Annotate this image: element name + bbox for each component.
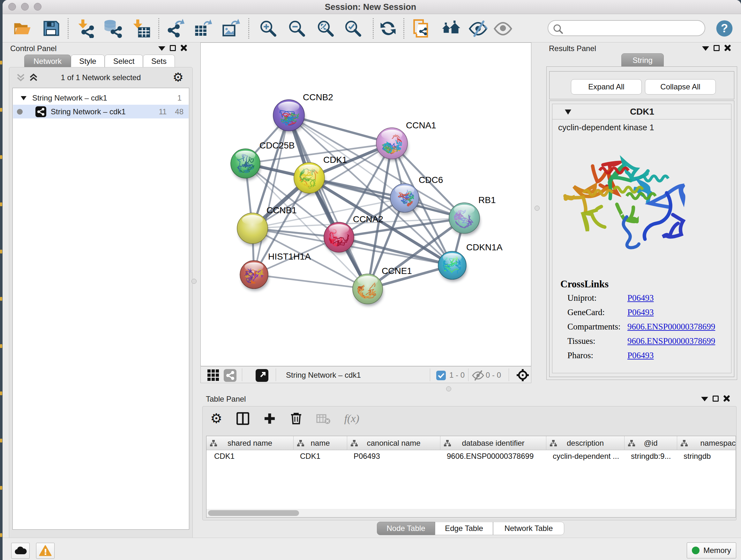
save-session-icon[interactable] <box>42 19 61 38</box>
network-edge-count: 48 <box>175 107 184 116</box>
results-panel-float-icon[interactable] <box>714 45 720 51</box>
table-column-header[interactable]: canonical name <box>347 436 441 450</box>
tab-sets[interactable]: Sets <box>143 55 175 67</box>
toolbar-separator <box>248 18 249 39</box>
tab-edge-table[interactable]: Edge Table <box>435 522 493 535</box>
import-network-database-icon[interactable] <box>103 19 122 38</box>
apply-layout-icon[interactable] <box>379 19 398 38</box>
table-column-header[interactable]: @id <box>624 436 677 450</box>
graph-node-CCNB2[interactable]: CCNB2 <box>273 92 333 133</box>
export-network-icon[interactable] <box>166 19 185 38</box>
tab-style[interactable]: Style <box>71 55 105 67</box>
table-panel-close-icon[interactable] <box>723 395 730 402</box>
delete-table-icon[interactable] <box>316 412 330 425</box>
left-splitter-handle[interactable] <box>192 279 197 284</box>
tab-select[interactable]: Select <box>105 55 143 67</box>
tab-network-table[interactable]: Network Table <box>493 522 564 535</box>
main-toolbar: ? <box>3 14 741 43</box>
table-cell[interactable]: P06493 <box>347 450 441 462</box>
protein-section-header[interactable]: CDK1 <box>552 104 731 119</box>
tab-string[interactable]: String <box>621 53 664 67</box>
birdseye-grid-icon[interactable] <box>207 369 219 381</box>
table-cell[interactable]: CDK1 <box>206 450 293 462</box>
scrollbar-thumb[interactable] <box>208 510 299 516</box>
graph-node-CCNA1[interactable]: CCNA1 <box>376 120 436 161</box>
delete-column-icon[interactable] <box>290 412 302 425</box>
node-table[interactable]: shared namenamecanonical namedatabase id… <box>206 436 736 517</box>
crosslink-link[interactable]: 9606.ENSP00000378699 <box>627 336 715 346</box>
cloud-button[interactable] <box>11 543 30 559</box>
network-share-icon[interactable] <box>224 369 237 382</box>
desktop-dot <box>0 486 2 490</box>
crosslink-link[interactable]: P06493 <box>627 293 654 303</box>
zoom-fit-icon[interactable] <box>316 19 335 38</box>
crosslink-label: Compartments: <box>567 322 620 332</box>
table-cell[interactable]: cyclin-dependent ... <box>546 450 624 462</box>
crosslink-link[interactable]: P06493 <box>627 307 654 317</box>
table-column-header[interactable]: namespace <box>677 436 736 450</box>
zoom-out-icon[interactable] <box>287 19 307 38</box>
copy-network-icon[interactable] <box>412 19 431 38</box>
table-panel-float-icon[interactable] <box>713 395 719 401</box>
search-icon <box>553 23 563 35</box>
table-cell[interactable]: stringdb <box>677 450 736 462</box>
graph-node-CDKN1A[interactable]: CDKN1A <box>438 242 502 282</box>
protein-description: cyclin-dependent kinase 1 <box>558 123 654 132</box>
control-panel-float-icon[interactable] <box>170 45 176 51</box>
memory-button[interactable]: Memory <box>687 543 736 558</box>
table-column-header[interactable]: name <box>293 436 347 450</box>
warnings-button[interactable] <box>36 543 55 559</box>
table-column-header[interactable]: database identifier <box>441 436 546 450</box>
results-panel-close-icon[interactable] <box>724 44 731 51</box>
add-column-icon[interactable] <box>263 412 276 425</box>
table-cell[interactable]: stringdb:9... <box>624 450 677 462</box>
zoom-selected-icon[interactable] <box>343 19 362 38</box>
expand-all-button[interactable]: Expand All <box>571 79 642 95</box>
results-panel-menu-icon[interactable] <box>702 46 709 51</box>
network-graph[interactable]: CCNB2CCNA1CDC25BCDK1CDC6RB1CCNB1CCNA2CDK… <box>201 43 531 366</box>
control-panel-close-icon[interactable] <box>180 44 187 51</box>
function-builder-icon[interactable]: f(x) <box>344 413 359 425</box>
graph-node-CCNB1[interactable]: CCNB1 <box>237 205 297 246</box>
show-columns-icon[interactable] <box>237 412 249 425</box>
string-results-container: Expand All Collapse All CDK1 cyclin-depe… <box>546 66 737 380</box>
title-bar: Session: New Session <box>3 0 741 14</box>
network-canvas[interactable]: CCNB2CCNA1CDC25BCDK1CDC6RB1CCNB1CCNA2CDK… <box>200 43 531 366</box>
network-row[interactable]: String Network – cdk1 11 48 <box>13 105 189 118</box>
open-file-icon[interactable] <box>13 19 32 38</box>
control-panel-menu-icon[interactable] <box>158 46 165 51</box>
collapse-all-button[interactable]: Collapse All <box>645 79 716 95</box>
import-table-file-icon[interactable] <box>131 19 151 38</box>
table-options-gear-icon[interactable]: ⚙ <box>210 412 222 425</box>
table-cell[interactable]: 9606.ENSP00000378699 <box>441 450 546 462</box>
table-panel-menu-icon[interactable] <box>701 397 708 401</box>
zoom-in-icon[interactable] <box>259 19 278 38</box>
export-image-icon[interactable] <box>221 19 241 38</box>
export-table-icon[interactable] <box>194 19 213 38</box>
graph-node-RB1[interactable]: RB1 <box>449 195 495 235</box>
tab-network[interactable]: Network <box>24 55 71 67</box>
crosslink-link[interactable]: P06493 <box>627 351 654 361</box>
crosslink-link[interactable]: 9606.ENSP00000378699 <box>627 322 715 332</box>
string-home-icon[interactable] <box>441 19 460 38</box>
open-in-window-icon[interactable] <box>256 369 268 382</box>
fit-selected-crosshair-icon[interactable] <box>516 368 529 382</box>
import-network-file-icon[interactable] <box>77 19 96 38</box>
help-icon[interactable]: ? <box>715 19 734 38</box>
graph-node-HIST1H1A[interactable]: HIST1H1A <box>240 252 311 291</box>
table-column-header[interactable]: description <box>546 436 624 450</box>
bottom-splitter-handle[interactable] <box>446 386 451 391</box>
graph-node-CCNE1[interactable]: CCNE1 <box>353 266 412 306</box>
network-options-gear-icon[interactable]: ⚙ <box>173 71 184 83</box>
hide-selected-icon[interactable] <box>468 19 488 38</box>
results-panel-title: Results Panel <box>549 44 596 53</box>
table-cell[interactable]: CDK1 <box>293 450 347 462</box>
network-collection-row[interactable]: String Network – cdk1 1 <box>13 91 189 105</box>
show-all-icon[interactable] <box>493 19 513 38</box>
table-horizontal-scrollbar[interactable] <box>206 509 736 517</box>
table-column-header[interactable]: shared name <box>206 436 293 450</box>
collection-expander-icon[interactable] <box>20 95 27 102</box>
search-input[interactable] <box>565 22 699 34</box>
collection-count: 1 <box>178 94 182 103</box>
tab-node-table[interactable]: Node Table <box>377 522 435 535</box>
